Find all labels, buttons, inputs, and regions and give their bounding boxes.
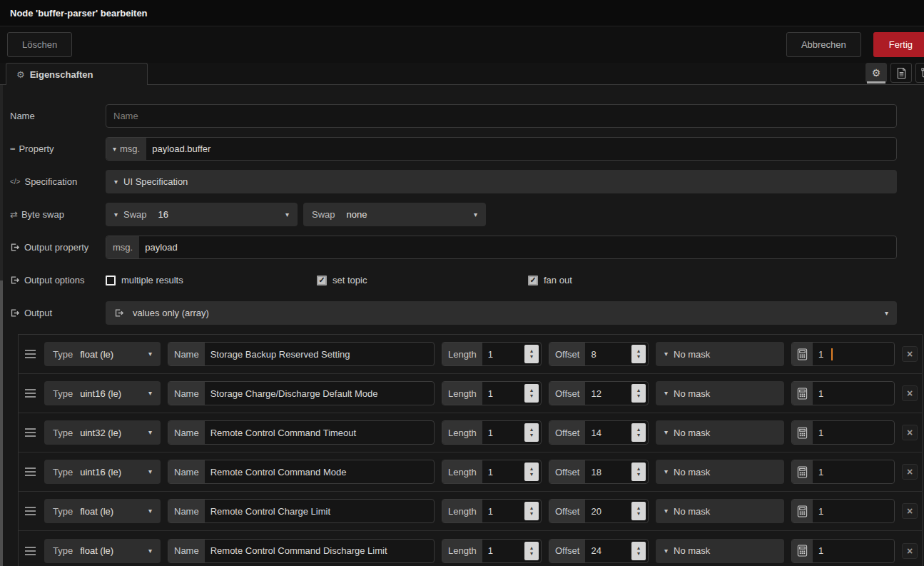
description-view-button[interactable] [890, 63, 912, 83]
item-scale-input[interactable]: 1 [813, 545, 829, 556]
item-mask-value: No mask [674, 545, 710, 556]
item-type-select[interactable]: Type uint32 (le) ▾ [44, 420, 161, 445]
item-scale-input[interactable]: 1 [813, 388, 829, 399]
length-spinner[interactable]: ▴ ▾ [524, 423, 539, 442]
remove-item-button[interactable]: × [902, 346, 918, 362]
drag-handle[interactable] [23, 389, 37, 398]
item-length-input[interactable]: 1 [482, 545, 524, 556]
chevron-down-icon: ▾ [664, 350, 668, 358]
chevron-down-icon: ▾ [148, 390, 152, 397]
drag-handle[interactable] [23, 468, 37, 476]
item-length-input[interactable]: 1 [482, 467, 524, 477]
output-options-label-wrap: Output options [10, 275, 106, 285]
fan-out-checkbox[interactable]: ✓ [528, 276, 538, 285]
item-name-input[interactable]: Storage Backup Reserved Setting [205, 349, 356, 360]
set-topic-option[interactable]: ✓ set topic [317, 275, 528, 285]
name-input[interactable] [106, 104, 897, 128]
item-type-select[interactable]: Type float (le) ▾ [44, 539, 161, 563]
output-select[interactable]: values only (array) ▾ [106, 301, 897, 325]
item-length-input[interactable]: 1 [482, 388, 524, 399]
item-offset-input[interactable]: 24 [585, 545, 631, 556]
offset-spinner[interactable]: ▴ ▾ [631, 502, 646, 520]
remove-item-button[interactable]: × [902, 543, 918, 559]
property-typed-input: ▾ msg. payload.buffer [106, 137, 897, 161]
length-spinner[interactable]: ▴ ▾ [524, 502, 539, 520]
specification-select[interactable]: ▾ UI Specification [106, 170, 897, 193]
item-name-input[interactable]: Remote Control Charge Limit [205, 506, 336, 517]
multiple-results-option[interactable]: ✓ multiple results [106, 275, 317, 285]
length-spinner[interactable]: ▴ ▾ [524, 542, 539, 560]
left-scrollbar-track [0, 85, 3, 566]
remove-item-button[interactable]: × [902, 503, 918, 519]
offset-spinner[interactable]: ▴ ▾ [631, 423, 646, 442]
item-offset-input[interactable]: 20 [585, 506, 631, 517]
length-spinner[interactable]: ▴ ▾ [524, 463, 539, 481]
item-offset-input[interactable]: 14 [585, 428, 631, 438]
left-scrollbar-thumb[interactable] [0, 281, 3, 566]
item-name-label: Name [168, 382, 205, 405]
remove-item-button[interactable]: × [902, 385, 918, 401]
appearance-view-button[interactable] [915, 63, 924, 83]
properties-view-button[interactable]: ⚙ [865, 63, 887, 83]
item-name-input[interactable]: Remote Control Command Discharge Limit [205, 545, 393, 556]
item-offset-input[interactable]: 8 [585, 349, 631, 360]
gear-icon: ⚙ [16, 70, 25, 79]
item-name-input[interactable]: Storage Charge/Discharge Default Mode [205, 388, 384, 399]
property-type-button[interactable]: ▾ msg. [106, 138, 146, 160]
cancel-button[interactable]: Abbrechen [786, 32, 861, 57]
tab-properties[interactable]: ⚙ Eigenschaften [6, 63, 148, 85]
item-type-select[interactable]: Type uint16 (le) ▾ [44, 381, 161, 405]
fan-out-option[interactable]: ✓ fan out [528, 275, 739, 285]
offset-spinner[interactable]: ▴ ▾ [631, 463, 646, 481]
item-scale-input[interactable]: 1 [813, 467, 829, 477]
drag-handle[interactable] [23, 507, 37, 515]
item-length-input[interactable]: 1 [482, 428, 524, 438]
item-type-select[interactable]: Type uint16 (le) ▾ [44, 460, 161, 484]
item-mask-select[interactable]: ▾ No mask [656, 420, 784, 445]
item-length-input[interactable]: 1 [482, 349, 524, 360]
item-length-input[interactable]: 1 [482, 506, 524, 517]
item-offset-input[interactable]: 18 [585, 467, 631, 477]
item-mask-select[interactable]: ▾ No mask [656, 460, 784, 484]
item-mask-select[interactable]: ▾ No mask [656, 381, 784, 405]
offset-spinner[interactable]: ▴ ▾ [631, 542, 646, 560]
item-type-select[interactable]: Type float (le) ▾ [44, 499, 161, 523]
output-property-value[interactable]: payload [139, 236, 183, 258]
item-name-input[interactable]: Remote Control Command Timeout [205, 428, 362, 438]
item-scale-input[interactable]: 1 [813, 428, 829, 438]
remove-item-button[interactable]: × [902, 425, 918, 440]
remove-item-button[interactable]: × [902, 464, 918, 480]
offset-spinner[interactable]: ▴ ▾ [631, 384, 646, 403]
item-offset-input[interactable]: 12 [585, 388, 631, 399]
multiple-results-checkbox[interactable]: ✓ [106, 276, 116, 285]
drag-handle[interactable] [23, 350, 37, 358]
item-name-input[interactable]: Remote Control Command Mode [205, 467, 352, 477]
drag-handle[interactable] [23, 428, 37, 437]
item-mask-select[interactable]: ▾ No mask [656, 539, 784, 563]
spinner-down-icon: ▾ [637, 472, 640, 477]
specification-value: UI Specification [123, 176, 188, 187]
drag-handle[interactable] [23, 547, 37, 555]
spinner-down-icon: ▾ [530, 393, 533, 399]
chevron-down-icon: ▾ [148, 507, 152, 515]
item-length-label: Length [442, 540, 482, 562]
item-type-select[interactable]: Type float (le) ▾ [44, 342, 161, 366]
byte-swap-second-select[interactable]: Swap none ▾ [303, 203, 486, 226]
byte-swap-first-select[interactable]: ▾ Swap 16 ▾ [106, 203, 298, 226]
item-scale-input[interactable]: 1 [813, 506, 829, 517]
drag-handle-icon [25, 350, 36, 358]
length-spinner[interactable]: ▴ ▾ [524, 384, 539, 403]
length-spinner[interactable]: ▴ ▾ [524, 345, 539, 363]
parse-item-row: Type uint32 (le) ▾ Name Remote Control C… [19, 413, 922, 453]
property-label-wrap: ••• Property [10, 143, 106, 154]
delete-button[interactable]: Löschen [7, 32, 72, 57]
offset-spinner[interactable]: ▴ ▾ [631, 345, 646, 363]
property-value[interactable]: payload.buffer [146, 138, 216, 160]
parse-item-row: Type uint16 (le) ▾ Name Storage Charge/D… [19, 374, 922, 413]
item-scale-input[interactable]: 1 [813, 349, 829, 360]
set-topic-checkbox[interactable]: ✓ [317, 276, 327, 285]
item-mask-select[interactable]: ▾ No mask [656, 499, 784, 523]
done-button[interactable]: Fertig [873, 32, 924, 57]
item-mask-select[interactable]: ▾ No mask [656, 342, 784, 366]
output-property-type-button[interactable]: msg. [106, 236, 139, 258]
